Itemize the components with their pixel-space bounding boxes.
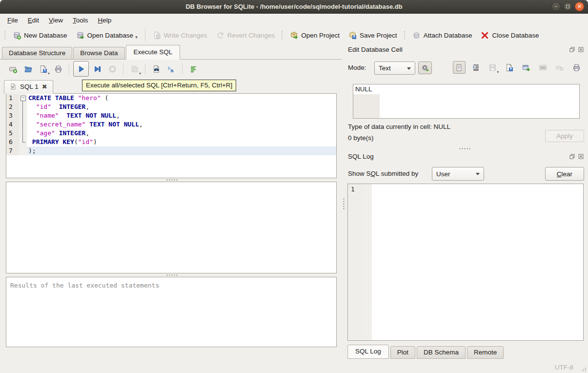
line-number: 3 <box>6 111 19 120</box>
fold-marker-icon <box>19 129 27 138</box>
statusbar: UTF-8 <box>0 361 588 373</box>
write-changes-icon <box>153 31 161 40</box>
write-changes-button[interactable]: Write Changes <box>148 29 212 41</box>
menubar: FileEditViewToolsHelp <box>0 14 588 26</box>
sql-tab-close-icon[interactable]: ✖ <box>42 83 47 90</box>
sql-tab-label: SQL 1 <box>20 83 39 90</box>
dropdown-arrow-icon[interactable]: ▾ <box>135 35 138 40</box>
resize-grip[interactable] <box>581 366 587 372</box>
cell-type-info: Type of data currently in cell: NULL <box>348 123 450 130</box>
editor-line-3[interactable]: 3 "name" TEXT NOT NULL, <box>6 111 336 120</box>
log-filter-value: User <box>436 170 450 178</box>
panes-splitter[interactable] <box>342 44 346 361</box>
attach-database-button[interactable]: Attach Database <box>408 29 477 41</box>
apply-button[interactable]: Apply <box>545 130 584 142</box>
sql-log-area[interactable]: 1 <box>347 184 584 341</box>
fold-marker-icon <box>19 111 27 120</box>
results-grid[interactable] <box>6 182 337 273</box>
code-text: PRIMARY KEY("id") <box>27 138 336 146</box>
open-project-button[interactable]: Open Project <box>285 29 344 41</box>
menu-tools[interactable]: Tools <box>68 15 93 26</box>
line-number: 2 <box>6 103 19 111</box>
grid-results-splitter[interactable] <box>0 273 342 277</box>
dropdown-arrow-icon[interactable]: ▾ <box>139 71 141 76</box>
bottom-tab-plot[interactable]: Plot <box>390 346 415 359</box>
fold-marker-icon[interactable] <box>19 94 27 103</box>
editor-line-6[interactable]: 6 PRIMARY KEY("id") <box>6 138 336 146</box>
format-icon: ba <box>167 65 176 73</box>
bottom-tab-sql-log[interactable]: SQL Log <box>347 345 389 359</box>
tab-browse-data[interactable]: Browse Data <box>73 47 124 59</box>
editor-line-5[interactable]: 5 "age" INTEGER, <box>6 129 336 138</box>
line-number: 5 <box>6 129 19 138</box>
menu-help[interactable]: Help <box>93 15 117 26</box>
revert-changes-button[interactable]: Revert Changes <box>212 29 280 41</box>
export-text-button[interactable] <box>503 61 515 74</box>
find-replace-button[interactable] <box>149 62 163 75</box>
code-text: ); <box>27 146 336 155</box>
sql-editor[interactable]: 1CREATE TABLE "hero" (2 "id" INTEGER,3 "… <box>6 93 337 178</box>
export-results-button[interactable]: ▾ <box>127 62 141 75</box>
sql-tab[interactable]: SQL 1 ✖ <box>4 80 53 94</box>
log-filter-select[interactable]: User <box>432 167 484 181</box>
window-controls: − ✕ <box>551 2 584 11</box>
splitter-handle-icon <box>343 198 345 210</box>
auto-indent-button[interactable] <box>470 61 482 74</box>
editor-line-4[interactable]: 4 "secret_name" TEXT NOT NULL, <box>6 120 336 129</box>
close-button[interactable]: ✕ <box>575 2 584 11</box>
execute-all-sql-button[interactable] <box>73 61 89 77</box>
save-project-button[interactable]: Save Project <box>344 29 402 41</box>
execute-sql-tooltip: Execute all/selected SQL [Ctrl+Return, F… <box>82 80 236 91</box>
import-text-button[interactable]: ▾ <box>487 61 499 74</box>
close-database-button[interactable]: Close Database <box>476 29 543 41</box>
docks-splitter[interactable] <box>346 147 588 150</box>
menu-file[interactable]: File <box>2 15 23 26</box>
close-dock-icon[interactable] <box>577 46 584 53</box>
word-wrap-toggle-button[interactable] <box>453 61 466 74</box>
apply-mode-button[interactable] <box>418 62 432 74</box>
sql-log-dock-buttons <box>568 153 584 160</box>
execute-current-line-button[interactable] <box>90 62 104 75</box>
close-dock-icon[interactable] <box>577 153 584 160</box>
new-sql-tab-button[interactable] <box>6 62 20 75</box>
menu-edit[interactable]: Edit <box>23 15 44 26</box>
toolbar-drag-handle[interactable] <box>280 30 284 41</box>
sql-file-icon <box>10 83 17 90</box>
titlebar: DB Browser for SQLite - /home/user/code/… <box>0 0 588 14</box>
print-sql-button[interactable] <box>51 62 65 75</box>
toggle-comment-button[interactable] <box>186 62 200 75</box>
float-dock-icon[interactable] <box>568 153 575 160</box>
editor-line-2[interactable]: 2 "id" INTEGER, <box>6 103 336 111</box>
cell-value-editor[interactable]: NULL <box>353 84 580 119</box>
print-cell-button[interactable] <box>570 61 583 74</box>
dropdown-arrow-icon[interactable]: ▾ <box>497 70 499 74</box>
maximize-button[interactable] <box>563 2 572 11</box>
new-database-button[interactable]: New Database <box>8 29 72 41</box>
editor-grid-splitter[interactable] <box>0 178 342 182</box>
editor-line-1[interactable]: 1CREATE TABLE "hero" ( <box>6 94 336 103</box>
open-in-external-app-button[interactable] <box>520 61 532 74</box>
minimize-button[interactable]: − <box>551 2 561 11</box>
fold-marker-icon <box>19 103 27 111</box>
open-database-button[interactable]: Open Database▾ <box>72 29 142 41</box>
toolbar-separator <box>145 29 145 41</box>
toolbar-drag-handle[interactable] <box>3 30 7 41</box>
bottom-tab-remote[interactable]: Remote <box>467 346 504 359</box>
dropdown-arrow-icon[interactable]: ▾ <box>48 71 50 76</box>
toolbar-drag-handle[interactable] <box>403 30 407 41</box>
bottom-tab-db-schema[interactable]: DB Schema <box>417 346 466 359</box>
float-dock-icon[interactable] <box>568 46 575 53</box>
tab-database-structure[interactable]: Database Structure <box>2 47 72 59</box>
stop-execution-button[interactable] <box>105 62 119 75</box>
db-close-icon <box>481 31 489 40</box>
clear-log-button[interactable]: Clear <box>545 167 584 181</box>
save-sql-file-button[interactable]: ▾ <box>36 62 50 75</box>
open-sql-file-button[interactable] <box>21 62 35 75</box>
open-url-button[interactable] <box>537 61 549 74</box>
editor-line-7[interactable]: 7); <box>6 146 336 155</box>
format-sql-button[interactable]: ba <box>164 62 178 75</box>
menu-view[interactable]: View <box>44 15 68 26</box>
tab-execute-sql[interactable]: Execute SQL <box>126 45 181 60</box>
set-as-null-button[interactable] <box>553 61 566 74</box>
mode-select[interactable]: Text <box>374 62 415 75</box>
